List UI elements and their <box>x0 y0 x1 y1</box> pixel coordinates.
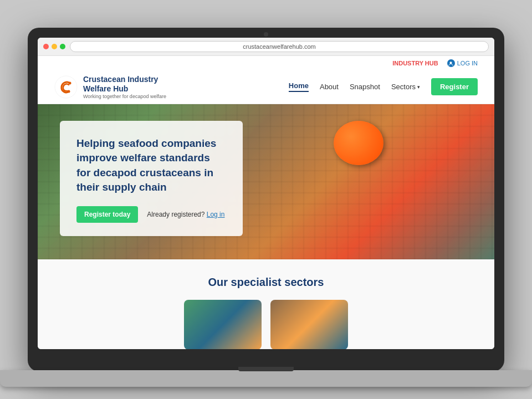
logo-title: Crustacean Industry Welfare Hub <box>83 75 166 94</box>
sector-card-2[interactable] <box>270 300 348 349</box>
already-registered-text: Already registered? Log in <box>147 211 224 218</box>
svg-point-3 <box>68 90 70 93</box>
close-dot[interactable] <box>43 44 49 49</box>
maximize-dot[interactable] <box>60 44 65 49</box>
logo-area[interactable]: Crustacean Industry Welfare Hub Working … <box>54 75 166 99</box>
login-link[interactable]: LOG IN <box>447 59 478 67</box>
header-top-bar: INDUSTRY HUB LOG IN <box>54 56 478 70</box>
hero-actions: Register today Already registered? Log i… <box>76 206 226 223</box>
laptop-shell: crustaceanwelfarehub.com INDUSTRY HUB <box>28 28 504 371</box>
nav-area: Home About Snapshot Sectors ▾ Register <box>289 78 478 95</box>
site-header: INDUSTRY HUB LOG IN <box>38 56 494 104</box>
traffic-lights <box>43 44 65 49</box>
login-icon <box>447 59 455 67</box>
register-today-button[interactable]: Register today <box>76 206 138 223</box>
hero-card: Helping seafood companies improve welfar… <box>60 121 243 236</box>
logo-icon <box>54 75 78 99</box>
sectors-title: Our specialist sectors <box>54 276 478 289</box>
sectors-grid <box>54 300 478 349</box>
browser-chrome: crustaceanwelfarehub.com <box>38 38 494 56</box>
address-bar[interactable]: crustaceanwelfarehub.com <box>70 41 489 52</box>
minimize-dot[interactable] <box>52 44 57 49</box>
website-content: INDUSTRY HUB LOG IN <box>38 56 494 349</box>
hero-login-link[interactable]: Log in <box>207 211 225 218</box>
industry-hub-link[interactable]: INDUSTRY HUB <box>392 60 438 66</box>
hero-headline: Helping seafood companies improve welfar… <box>76 136 226 195</box>
nav-about[interactable]: About <box>320 83 339 91</box>
svg-point-2 <box>69 81 71 84</box>
camera-dot <box>264 32 268 37</box>
register-button[interactable]: Register <box>431 78 478 95</box>
logo-text: Crustacean Industry Welfare Hub Working … <box>83 75 166 99</box>
logo-subtitle: Working together for decapod welfare <box>83 94 166 99</box>
nav-snapshot[interactable]: Snapshot <box>350 83 380 91</box>
sectors-section: Our specialist sectors <box>38 259 494 349</box>
nav-home[interactable]: Home <box>289 81 309 92</box>
svg-point-1 <box>55 76 77 98</box>
browser-screen: crustaceanwelfarehub.com INDUSTRY HUB <box>38 38 494 349</box>
hero-section: Helping seafood companies improve welfar… <box>38 104 494 259</box>
laptop-base <box>0 370 532 387</box>
nav-sectors[interactable]: Sectors ▾ <box>391 83 420 91</box>
sectors-chevron-icon: ▾ <box>417 84 420 90</box>
login-label: LOG IN <box>457 60 478 66</box>
nav-sectors-label: Sectors <box>391 83 416 91</box>
sector-card-1[interactable] <box>184 300 262 349</box>
svg-point-0 <box>450 62 452 64</box>
header-main-row: Crustacean Industry Welfare Hub Working … <box>54 70 478 104</box>
